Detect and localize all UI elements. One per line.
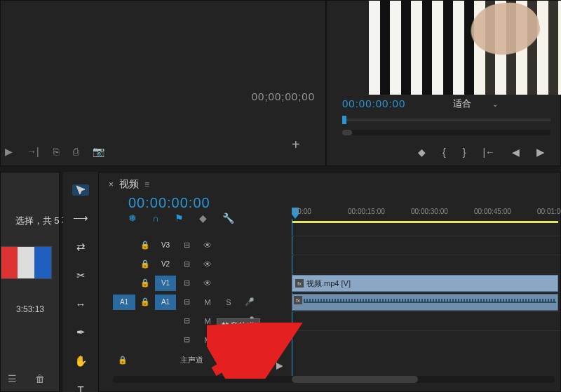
panel-menu-icon[interactable]: ≡ (144, 180, 149, 189)
sequence-title[interactable]: 视频 (119, 178, 139, 191)
new-bin-button[interactable]: ☰ (8, 373, 17, 384)
mute-button[interactable]: M (197, 336, 218, 344)
work-area-bar[interactable] (292, 221, 558, 223)
fx-badge-icon[interactable]: fx (294, 296, 302, 304)
master-track-header[interactable]: 🔒 主声道 0.0 (113, 351, 292, 369)
track-header-area: 🔒 V3 ⊟ 👁 🔒 V2 ⊟ 👁 🔒 V1 ⊟ 👁 A1 🔒 A1 ⊟ M (113, 236, 292, 369)
timeline-settings-button[interactable]: 🔧 (222, 212, 234, 224)
master-volume-value[interactable]: 0.0 (231, 355, 243, 365)
program-timecode[interactable]: 00:00:00:00 (342, 97, 405, 109)
source-export-frame-button[interactable]: 📷 (93, 146, 104, 157)
ruler-tick: :00:00 (292, 208, 311, 215)
track-v2[interactable] (292, 255, 560, 273)
source-patch-v3[interactable] (113, 238, 135, 253)
sync-lock-button[interactable]: ⊟ (176, 259, 197, 269)
track-label-a2[interactable] (155, 313, 176, 329)
razor-tool[interactable]: ✂ (72, 269, 89, 282)
project-bin-thumbnail[interactable] (1, 246, 52, 279)
sync-lock-button[interactable]: ⊟ (176, 241, 197, 250)
video-clip[interactable]: fx 视频.mp4 [V] (292, 275, 558, 292)
solo-button[interactable]: S (218, 336, 239, 344)
ruler-tick: 00:00:30:00 (411, 208, 448, 215)
linked-selection-button[interactable]: ⚑ (175, 212, 184, 224)
toggle-output-button[interactable]: 👁 (197, 241, 218, 250)
timeline-ruler[interactable]: :00:00 00:00:15:00 00:00:30:00 00:00:45:… (292, 208, 560, 223)
track-a3[interactable] (292, 330, 560, 349)
step-back-button[interactable]: ◀ (512, 147, 520, 158)
track-header-a3[interactable]: ⊟ M S 🎤 (113, 330, 292, 349)
go-to-in-button[interactable]: |← (482, 147, 495, 158)
delete-button[interactable]: 🗑 (35, 373, 45, 384)
toggle-output-button[interactable]: 👁 (197, 259, 218, 269)
mark-out-button[interactable]: } (463, 147, 466, 158)
mute-button[interactable]: M (197, 317, 218, 325)
timeline-panel: × 视频 ≡ 00:00:00:00 ❅ ∩ ⚑ ◆ 🔧 :00:00 00:0… (98, 172, 561, 392)
program-play-button[interactable]: ▶ (536, 146, 545, 158)
project-panel: 选择，共 5 项 3:53:13 ☰ 🗑 (0, 172, 60, 392)
source-patch-v1[interactable] (113, 276, 135, 291)
voice-over-button[interactable]: 🎤 (239, 297, 260, 306)
timeline-tracks-area[interactable]: fx 视频.mp4 [V] fx (292, 236, 560, 349)
program-time-ruler[interactable] (342, 119, 550, 121)
project-item-duration: 3:53:13 (16, 304, 44, 314)
track-label-a3[interactable] (155, 332, 176, 348)
hand-tool[interactable]: ✋ (72, 355, 89, 367)
track-select-tool[interactable]: ⟶ (72, 212, 89, 224)
add-marker-button[interactable]: ◆ (418, 147, 426, 158)
program-transport-bar: ◆ { } |← ◀ ▶ (418, 146, 545, 158)
voice-over-button[interactable]: 🎤 (239, 335, 260, 344)
source-patch-v2[interactable] (113, 257, 135, 272)
sync-lock-button[interactable]: ⊟ (176, 335, 197, 344)
program-zoom-dropdown[interactable]: 适合 ⌄ (453, 97, 498, 110)
track-a1[interactable]: fx (292, 292, 560, 311)
lock-icon[interactable]: 🔒 (135, 259, 155, 269)
track-label-v1[interactable]: V1 (155, 276, 176, 291)
sync-lock-button[interactable]: ⊟ (176, 278, 197, 288)
track-header-v1[interactable]: 🔒 V1 ⊟ 👁 (113, 273, 292, 292)
source-patch-a1[interactable]: A1 (113, 295, 135, 310)
source-play-button[interactable]: ▶ (5, 146, 13, 157)
lock-icon[interactable]: 🔒 (135, 297, 155, 306)
source-monitor-panel: 00;00;00;00 ▶ →| ⎘ ⎙ 📷 + (0, 0, 326, 166)
mute-button[interactable]: M (197, 298, 218, 306)
source-step-button[interactable]: →| (27, 146, 39, 157)
track-header-a1[interactable]: A1 🔒 A1 ⊟ M S 🎤 (113, 292, 292, 311)
selection-tool[interactable] (72, 184, 89, 196)
lock-icon[interactable]: 🔒 (135, 278, 155, 288)
track-label-v3[interactable]: V3 (155, 238, 176, 253)
program-scrollbar[interactable] (342, 130, 550, 135)
track-header-v2[interactable]: 🔒 V2 ⊟ 👁 (113, 255, 292, 273)
solo-button[interactable]: S (218, 298, 239, 306)
source-patch-a2[interactable] (113, 313, 135, 329)
audio-clip[interactable]: fx (292, 294, 558, 311)
track-v1[interactable]: fx 视频.mp4 [V] (292, 273, 560, 292)
close-sequence-button[interactable]: × (109, 180, 114, 189)
track-label-a1[interactable]: A1 (155, 295, 176, 310)
slip-tool[interactable]: ↔ (72, 298, 89, 310)
timeline-horizontal-scrollbar[interactable] (113, 376, 555, 383)
sync-lock-button[interactable]: ⊟ (176, 297, 197, 306)
type-tool[interactable]: T (72, 384, 89, 392)
source-add-button[interactable]: + (292, 137, 300, 153)
ripple-edit-tool[interactable]: ⇄ (72, 241, 89, 253)
chevron-down-icon: ⌄ (492, 100, 498, 108)
mark-in-button[interactable]: { (442, 147, 446, 158)
lock-icon[interactable]: 🔒 (113, 356, 133, 365)
add-marker-timeline-button[interactable]: ◆ (199, 212, 207, 224)
nest-toggle-button[interactable]: ❅ (128, 212, 137, 224)
track-header-v3[interactable]: 🔒 V3 ⊟ 👁 (113, 236, 292, 255)
sync-lock-button[interactable]: ⊟ (176, 316, 197, 325)
track-v3[interactable] (292, 236, 560, 255)
pen-tool[interactable]: ✒ (72, 326, 89, 339)
toggle-output-button[interactable]: 👁 (197, 278, 218, 288)
lock-icon[interactable]: 🔒 (135, 241, 155, 250)
source-insert-button[interactable]: ⎘ (53, 146, 59, 157)
source-patch-a3[interactable] (113, 332, 135, 348)
fx-badge-icon[interactable]: fx (295, 279, 304, 288)
collapse-tracks-button[interactable]: ⯈ (276, 362, 284, 372)
track-a2[interactable] (292, 311, 560, 330)
source-overwrite-button[interactable]: ⎙ (73, 146, 79, 157)
track-header-a2[interactable]: ⊟ M S 🎤 (113, 311, 292, 330)
snap-toggle-button[interactable]: ∩ (152, 212, 159, 224)
track-label-v2[interactable]: V2 (155, 257, 176, 272)
